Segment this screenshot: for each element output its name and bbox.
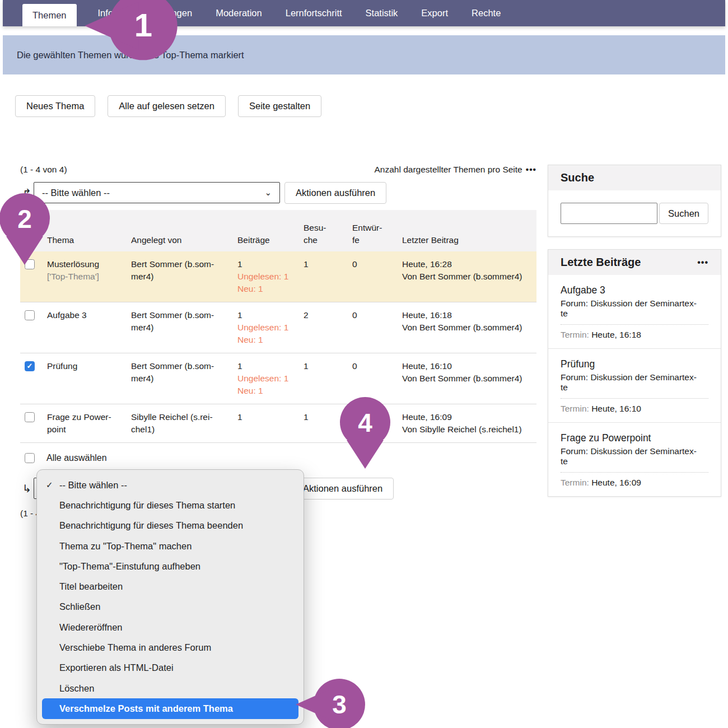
- top-action-row: ↱ -- Bitte wählen -- ⌄ Aktionen ausführe…: [20, 182, 536, 203]
- select-all-checkbox[interactable]: [25, 453, 35, 463]
- menu-item[interactable]: Löschen: [37, 678, 304, 698]
- menu-item-selected[interactable]: Verschmelze Posts mit anderem Thema: [42, 698, 298, 718]
- menu-item[interactable]: Exportieren als HTML-Datei: [37, 658, 304, 678]
- row-checkbox[interactable]: [25, 259, 35, 269]
- new-topic-button[interactable]: Neues Thema: [15, 95, 95, 117]
- table-meta-row: (1 - 4 von 4) Anzahl dargestellter Theme…: [20, 165, 536, 175]
- row-checkbox[interactable]: ✓: [25, 361, 35, 371]
- action-select-top-value: -- Bitte wählen --: [42, 188, 110, 198]
- tab-bar: Themen Info Einstellungen Moderation Ler…: [3, 0, 725, 26]
- apply-bottom-arrow-icon: ↳: [20, 482, 34, 495]
- drafts-count: 0: [352, 360, 402, 397]
- search-panel: Suche Suchen: [548, 165, 721, 237]
- chevron-down-icon: ⌄: [264, 188, 272, 198]
- drafts-count: 0: [352, 411, 402, 436]
- select-all-row: Alle auswählen: [20, 453, 536, 463]
- tab-moderation[interactable]: Moderation: [216, 0, 262, 26]
- list-item: Aufgabe 3 Forum: Diskussion der Seminart…: [548, 275, 721, 348]
- drafts-count: 0: [352, 309, 402, 346]
- post-title[interactable]: Aufgabe 3: [561, 284, 708, 296]
- termin-value: Heute, 16:18: [591, 330, 641, 339]
- search-button[interactable]: Suchen: [659, 203, 708, 224]
- menu-item[interactable]: Thema zu "Top-Thema" machen: [37, 536, 304, 556]
- post-title[interactable]: Prüfung: [561, 358, 708, 370]
- menu-item[interactable]: Verschiebe Thema in anderes Forum: [37, 637, 304, 657]
- action-dropdown-menu: ✓ -- Bitte wählen -- Benachrichtigung fü…: [36, 469, 304, 725]
- last-post[interactable]: Heute, 16:09 Von Sibylle Reichel (s.reic…: [402, 411, 536, 436]
- per-page-menu-icon[interactable]: •••: [526, 165, 536, 174]
- callout-marker-3: 3: [295, 678, 366, 728]
- row-checkbox[interactable]: [25, 412, 35, 422]
- posts-count: 1: [237, 411, 304, 436]
- select-all-label: Alle auswählen: [46, 453, 107, 463]
- posts-count: 1: [237, 360, 304, 372]
- termin-value: Heute, 16:10: [591, 404, 641, 413]
- post-forum: Forum: Diskussion der Seminartex- te: [561, 446, 708, 466]
- termin-value: Heute, 16:09: [591, 478, 641, 487]
- notification-text: Die gewählten Themen wurden als Top-Them…: [17, 50, 244, 60]
- result-count: (1 - 4 von 4): [20, 165, 67, 175]
- tab-einstellungen[interactable]: Einstellungen: [137, 0, 192, 26]
- checkmark-icon: ✓: [46, 480, 53, 490]
- header-checkbox-spacer: [20, 243, 47, 246]
- topic-title[interactable]: Frage zu Power- point: [47, 411, 131, 436]
- menu-item[interactable]: "Top-Thema"-Einstufung aufheben: [37, 556, 304, 576]
- last-post[interactable]: Heute, 16:28 Von Bert Sommer (b.sommer4): [402, 258, 536, 295]
- execute-actions-button-top[interactable]: Aktionen ausführen: [284, 182, 386, 204]
- visits-count: 1: [304, 258, 352, 295]
- tab-export[interactable]: Export: [421, 0, 448, 26]
- topic-author: Bert Sommer (b.som- mer4): [131, 360, 237, 397]
- last-post[interactable]: Heute, 16:10 Von Bert Sommer (b.sommer4): [402, 360, 536, 397]
- success-notification: Die gewählten Themen wurden als Top-Them…: [3, 35, 725, 74]
- menu-item[interactable]: Schließen: [37, 597, 304, 617]
- drafts-count: 0: [352, 258, 402, 295]
- table-row: Frage zu Power- point Sibylle Reichel (s…: [20, 404, 536, 443]
- visits-count: 1: [304, 411, 352, 436]
- topic-author: Sibylle Reichel (s.rei- chel1): [131, 411, 237, 436]
- toolbar: Neues Thema Alle auf gelesen setzen Seit…: [15, 95, 728, 117]
- design-page-button[interactable]: Seite gestalten: [238, 95, 321, 117]
- search-panel-title: Suche: [561, 171, 594, 184]
- unread-count: Ungelesen: 1: [237, 321, 304, 334]
- per-page-control: Anzahl dargestellter Themen pro Seite•••: [374, 165, 536, 175]
- list-item: Prüfung Forum: Diskussion der Seminartex…: [548, 348, 721, 422]
- last-post[interactable]: Heute, 16:18 Von Bert Sommer (b.sommer4): [402, 309, 536, 346]
- termin-label: Termin:: [561, 404, 589, 413]
- menu-item[interactable]: Benachrichtigung für dieses Thema starte…: [37, 495, 304, 515]
- topic-title[interactable]: Musterlösung: [47, 258, 131, 270]
- tab-statistik[interactable]: Statistik: [366, 0, 398, 26]
- new-count: Neu: 1: [237, 283, 304, 295]
- tab-lernfortschritt[interactable]: Lernfortschritt: [286, 0, 342, 26]
- table-row: ✓ Prüfung Bert Sommer (b.som- mer4) 1 Un…: [20, 353, 536, 404]
- column-header-thema: Thema: [47, 231, 131, 246]
- latest-posts-title: Letzte Beiträge: [561, 256, 641, 269]
- topic-title[interactable]: Prüfung: [47, 360, 131, 397]
- apply-top-arrow-icon: ↱: [20, 186, 34, 199]
- tab-info[interactable]: Info: [98, 0, 114, 26]
- post-title[interactable]: Frage zu Powerpoint: [561, 432, 708, 444]
- posts-count: 1: [237, 258, 304, 270]
- new-count: Neu: 1: [237, 385, 304, 397]
- search-input[interactable]: [561, 203, 657, 224]
- table-row: Aufgabe 3 Bert Sommer (b.som- mer4) 1 Un…: [20, 302, 536, 353]
- new-count: Neu: 1: [237, 334, 304, 346]
- menu-item[interactable]: Wiedereröffnen: [37, 617, 304, 637]
- menu-item[interactable]: Benachrichtigung für dieses Thema beende…: [37, 516, 304, 536]
- menu-item[interactable]: Titel bearbeiten: [37, 576, 304, 596]
- mark-all-read-button[interactable]: Alle auf gelesen setzen: [108, 95, 226, 117]
- topic-title[interactable]: Aufgabe 3: [47, 309, 131, 346]
- row-checkbox[interactable]: [25, 310, 35, 320]
- tab-rechte[interactable]: Rechte: [472, 0, 501, 26]
- posts-count: 1: [237, 309, 304, 321]
- column-header-entwuerfe: Entwür- fe: [352, 218, 402, 246]
- topics-section: (1 - 4 von 4) Anzahl dargestellter Theme…: [20, 165, 536, 519]
- list-item: Frage zu Powerpoint Forum: Diskussion de…: [548, 422, 721, 496]
- menu-item[interactable]: ✓ -- Bitte wählen --: [37, 475, 304, 495]
- tab-themen[interactable]: Themen: [22, 4, 77, 26]
- panel-menu-icon[interactable]: •••: [697, 258, 708, 268]
- action-select-top[interactable]: -- Bitte wählen -- ⌄: [34, 182, 280, 203]
- topics-table: Thema Angelegt von Beiträge Besu- che En…: [20, 210, 536, 443]
- content-area: (1 - 4 von 4) Anzahl dargestellter Theme…: [0, 165, 728, 519]
- execute-actions-button-bottom[interactable]: Aktionen ausführen: [292, 478, 394, 500]
- divider: [561, 324, 708, 325]
